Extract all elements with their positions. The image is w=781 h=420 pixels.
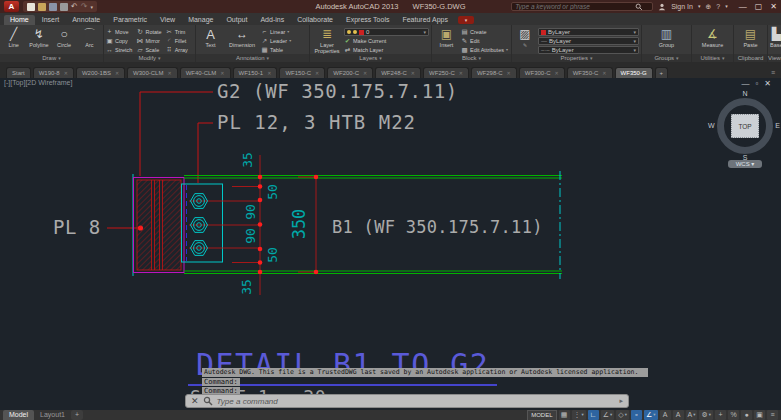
viewcube-west[interactable]: W: [708, 122, 715, 129]
command-close-icon[interactable]: ✕: [191, 395, 199, 407]
tab-parametric[interactable]: Parametric: [107, 15, 153, 25]
paste-tool[interactable]: ▤ Paste: [738, 27, 763, 48]
statusbar-move-icon[interactable]: +: [715, 410, 726, 420]
text-tool[interactable]: A Text: [198, 27, 223, 48]
mirror-tool[interactable]: ⋈Mirror: [136, 37, 161, 45]
search-input[interactable]: [515, 3, 635, 10]
annotate-scale-icon[interactable]: A▾: [686, 410, 698, 420]
panel-properties-footer[interactable]: Properties▾: [512, 54, 641, 62]
file-tab[interactable]: WF350-C✕: [567, 67, 613, 78]
autocad-logo-icon[interactable]: A: [4, 1, 19, 12]
panel-block-footer[interactable]: Block▾: [432, 54, 511, 62]
panel-view-footer[interactable]: View▾: [768, 54, 781, 62]
leader-tool[interactable]: ↗Leader▾: [261, 37, 291, 45]
close-tab-icon[interactable]: ✕: [363, 70, 367, 76]
snap-icon[interactable]: ⋮▾: [572, 410, 586, 420]
tab-output[interactable]: Output: [220, 15, 253, 25]
quickprops-icon[interactable]: %: [728, 410, 739, 420]
save-icon[interactable]: [49, 3, 57, 11]
command-input[interactable]: Type a command: [217, 397, 278, 406]
wcs-dropdown[interactable]: WCS ▾: [728, 160, 762, 168]
viewcube-top-face[interactable]: TOP: [731, 114, 759, 138]
file-tab[interactable]: WF150-1✕: [233, 67, 278, 78]
close-tab-icon[interactable]: ✕: [411, 70, 415, 76]
polyline-tool[interactable]: ↯ Polyline: [27, 27, 50, 48]
vp-minimize-button[interactable]: —: [741, 79, 755, 88]
block-edit-tool[interactable]: ✎Edit: [461, 37, 508, 45]
circle-tool[interactable]: ○ Circle: [53, 27, 76, 48]
workspace-gear-icon[interactable]: ⚙▾: [699, 410, 713, 420]
file-tab[interactable]: WF40-CLM✕: [180, 67, 231, 78]
new-drawing-tab-button[interactable]: +: [655, 67, 669, 78]
file-tab[interactable]: WF300-C✕: [519, 67, 565, 78]
panel-draw-footer[interactable]: Draw▾: [0, 54, 103, 62]
move-tool[interactable]: +Move: [106, 28, 132, 36]
cleanscreen-icon[interactable]: ▣: [754, 410, 765, 420]
close-tab-icon[interactable]: ✕: [602, 70, 606, 76]
new-file-icon[interactable]: [27, 3, 35, 11]
rotate-tool[interactable]: ↻Rotate: [136, 28, 161, 36]
file-tab[interactable]: WF298-C✕: [471, 67, 517, 78]
tab-express-tools[interactable]: Express Tools: [340, 15, 395, 25]
make-current-tool[interactable]: ✔Make Current: [344, 37, 429, 45]
panel-annotation-footer[interactable]: Annotation▾: [196, 54, 309, 62]
close-tab-icon[interactable]: ✕: [554, 70, 558, 76]
tab-collaborate[interactable]: Collaborate: [291, 15, 339, 25]
stretch-tool[interactable]: ↔Stretch: [106, 46, 132, 54]
match-properties-tool[interactable]: ▨ ✎: [514, 27, 536, 48]
panel-utilities-footer[interactable]: Utilities▾: [692, 54, 733, 62]
panel-groups-footer[interactable]: Groups▾: [642, 54, 691, 62]
close-tab-icon[interactable]: ✕: [167, 70, 171, 76]
help-dropdown-icon[interactable]: ▾: [725, 2, 728, 11]
layer-select[interactable]: 0 ▾: [344, 28, 429, 36]
otrack-icon[interactable]: ∠▾: [644, 410, 658, 420]
linetype-select[interactable]: –·– ByLayer ▾: [538, 46, 639, 54]
file-tab[interactable]: WF248-C✕: [375, 67, 421, 78]
viewport-corner-label[interactable]: [-][Top][2D Wireframe]: [4, 79, 72, 86]
graphics-perf-icon[interactable]: ●: [741, 410, 752, 420]
close-tab-icon[interactable]: ✕: [115, 70, 119, 76]
table-tool[interactable]: ▦Table: [261, 46, 291, 54]
drawing-canvas[interactable]: 35 50 90 90 50 35 350 G2 (WF 350.175.7.1…: [0, 78, 781, 410]
layout1-tab[interactable]: Layout1: [34, 410, 71, 420]
osnap-icon[interactable]: ▫: [631, 410, 642, 420]
measure-tool[interactable]: ∡ Measure: [696, 27, 730, 48]
ortho-icon[interactable]: ∟: [588, 410, 599, 420]
base-view-tool[interactable]: ▙ Base: [770, 27, 781, 48]
insert-tool[interactable]: ▣ Insert: [434, 27, 459, 48]
close-tab-icon[interactable]: ✕: [220, 70, 224, 76]
grid-icon[interactable]: ▦: [559, 410, 570, 420]
help-search[interactable]: [511, 2, 653, 11]
viewcube-east[interactable]: E: [775, 122, 780, 129]
group-tool[interactable]: ▥ Group: [654, 27, 679, 48]
minimize-button[interactable]: —: [739, 2, 747, 11]
redo-icon[interactable]: ↷: [81, 3, 88, 11]
annotate-autoscale-icon[interactable]: A: [673, 410, 684, 420]
model-tab[interactable]: Model: [3, 410, 34, 420]
isodraft-icon[interactable]: ◇▾: [616, 410, 629, 420]
close-tab-icon[interactable]: ✕: [315, 70, 319, 76]
trim-tool[interactable]: ✂Trim: [166, 28, 188, 36]
exchange-apps-icon[interactable]: ⊕: [705, 2, 711, 11]
scale-tool[interactable]: ▱Scale: [136, 46, 161, 54]
tab-annotate[interactable]: Annotate: [66, 15, 106, 25]
qat-dropdown-icon[interactable]: ▾: [90, 3, 93, 11]
match-layer-tool[interactable]: ⇄Match Layer: [344, 46, 429, 54]
block-create-tool[interactable]: ▤Create: [461, 28, 508, 36]
edit-attributes-tool[interactable]: ▩Edit Attributes▾: [461, 46, 508, 54]
arc-tool[interactable]: ⌒ Arc: [78, 27, 101, 48]
tab-overflow-icon[interactable]: ≡: [765, 69, 781, 78]
linear-dimension-tool[interactable]: ⌐Linear▾: [261, 28, 291, 36]
panel-layers-footer[interactable]: Layers▾: [310, 54, 431, 62]
polar-icon[interactable]: ∠▾: [601, 410, 615, 420]
file-tab[interactable]: WF250-C✕: [423, 67, 469, 78]
close-tab-icon[interactable]: ✕: [507, 70, 511, 76]
dimension-tool[interactable]: ↔ Dimension: [225, 27, 259, 48]
command-recent-icon[interactable]: ▸: [619, 397, 623, 405]
line-tool[interactable]: ╱ Line: [2, 27, 25, 48]
vp-restore-button[interactable]: ▫: [755, 79, 764, 88]
copy-tool[interactable]: ▣Copy: [106, 37, 132, 45]
tab-featured-apps[interactable]: Featured Apps: [396, 15, 454, 25]
file-tab-active[interactable]: WF350-G: [615, 67, 653, 78]
vp-close-button[interactable]: ✕: [764, 79, 777, 88]
